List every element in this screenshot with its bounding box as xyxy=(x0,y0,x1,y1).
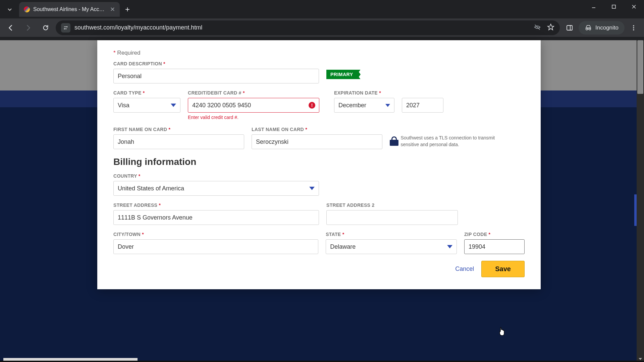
last-name-input[interactable] xyxy=(252,134,382,149)
svg-point-11 xyxy=(633,27,634,28)
bookmark-star-icon[interactable] xyxy=(547,23,554,32)
scrollbar-thumb[interactable] xyxy=(637,40,643,94)
card-number-label: CREDIT/DEBIT CARD # * xyxy=(188,90,319,96)
required-note: * Required xyxy=(113,50,525,56)
svg-point-10 xyxy=(633,25,634,26)
first-name-label: FIRST NAME ON CARD * xyxy=(113,127,244,132)
svg-rect-8 xyxy=(567,25,572,30)
favicon-icon xyxy=(24,6,30,12)
back-button[interactable] xyxy=(3,20,18,35)
card-description-label: CARD DESCRIPTION * xyxy=(113,61,319,66)
forward-button[interactable] xyxy=(21,20,36,35)
browser-tab[interactable]: Southwest Airlines - My Accoun ✕ xyxy=(19,2,120,17)
maximize-button[interactable] xyxy=(604,0,624,13)
country-select[interactable]: United States of America xyxy=(113,181,319,196)
site-info-button[interactable] xyxy=(61,23,70,33)
side-panel-button[interactable] xyxy=(562,21,577,35)
expiration-date-label: EXPIRATION DATE * xyxy=(334,90,394,96)
tls-note: Southwest uses a TLS connection to trans… xyxy=(390,135,511,148)
street-address-label: STREET ADDRESS * xyxy=(113,202,319,208)
incognito-icon xyxy=(585,24,592,32)
primary-flag: PRIMARY xyxy=(326,61,357,79)
street-address-2-label: STREET ADDRESS 2 xyxy=(326,202,458,208)
last-name-label: LAST NAME ON CARD * xyxy=(252,127,382,132)
zip-label: ZIP CODE * xyxy=(464,232,525,237)
error-icon: ! xyxy=(309,102,315,109)
scrollbar[interactable] xyxy=(637,40,644,362)
expiration-year-input[interactable] xyxy=(402,98,443,113)
svg-point-12 xyxy=(633,29,634,31)
expiration-month-select[interactable]: December xyxy=(334,98,394,113)
tab-search-button[interactable] xyxy=(3,3,16,15)
lock-icon xyxy=(390,137,396,146)
card-type-select[interactable]: Visa xyxy=(113,98,180,113)
svg-point-6 xyxy=(67,26,68,27)
street-address-2-input[interactable] xyxy=(326,210,458,225)
card-description-input[interactable] xyxy=(113,69,319,83)
toolbar: southwest.com/loyalty/myaccount/payment.… xyxy=(0,18,644,37)
chevron-down-icon xyxy=(447,245,452,248)
card-number-error: Enter valid credit card #. xyxy=(188,115,319,120)
taskbar xyxy=(0,361,644,362)
new-tab-button[interactable]: + xyxy=(125,5,130,14)
payment-modal: * Required CARD DESCRIPTION * PRIMARY CA… xyxy=(97,40,541,289)
billing-information-heading: Billing information xyxy=(113,157,525,167)
chevron-down-icon xyxy=(385,104,390,107)
country-label: COUNTRY * xyxy=(113,173,319,179)
eye-off-icon[interactable] xyxy=(534,23,541,32)
window-controls xyxy=(584,0,644,13)
address-bar[interactable]: southwest.com/loyalty/myaccount/payment.… xyxy=(56,20,560,35)
close-tab-button[interactable]: ✕ xyxy=(110,6,115,13)
url-text: southwest.com/loyalty/myaccount/payment.… xyxy=(74,24,202,31)
cancel-button[interactable]: Cancel xyxy=(455,265,474,273)
chevron-down-icon xyxy=(309,187,315,190)
menu-button[interactable] xyxy=(627,21,641,35)
tab-strip: Southwest Airlines - My Accoun ✕ + xyxy=(0,0,644,18)
reload-button[interactable] xyxy=(38,20,53,35)
svg-point-7 xyxy=(64,28,65,29)
city-input[interactable] xyxy=(113,239,318,254)
browser-chrome: Southwest Airlines - My Accoun ✕ + south… xyxy=(0,0,644,40)
taskbar-item xyxy=(3,358,138,361)
state-label: STATE * xyxy=(326,232,457,237)
city-label: CITY/TOWN * xyxy=(113,232,318,237)
incognito-indicator[interactable]: Incognito xyxy=(579,21,625,35)
card-number-input[interactable] xyxy=(188,98,319,113)
first-name-input[interactable] xyxy=(113,134,244,149)
close-window-button[interactable] xyxy=(624,0,644,13)
incognito-label: Incognito xyxy=(595,24,619,31)
chevron-down-icon xyxy=(171,104,176,107)
zip-input[interactable] xyxy=(464,239,525,254)
tab-title: Southwest Airlines - My Accoun xyxy=(33,6,107,12)
minimize-button[interactable] xyxy=(584,0,604,13)
svg-rect-1 xyxy=(612,5,615,8)
state-select[interactable]: Delaware xyxy=(326,239,457,254)
street-address-input[interactable] xyxy=(113,210,319,225)
save-button[interactable]: Save xyxy=(481,261,525,277)
card-type-label: CARD TYPE * xyxy=(113,90,180,96)
